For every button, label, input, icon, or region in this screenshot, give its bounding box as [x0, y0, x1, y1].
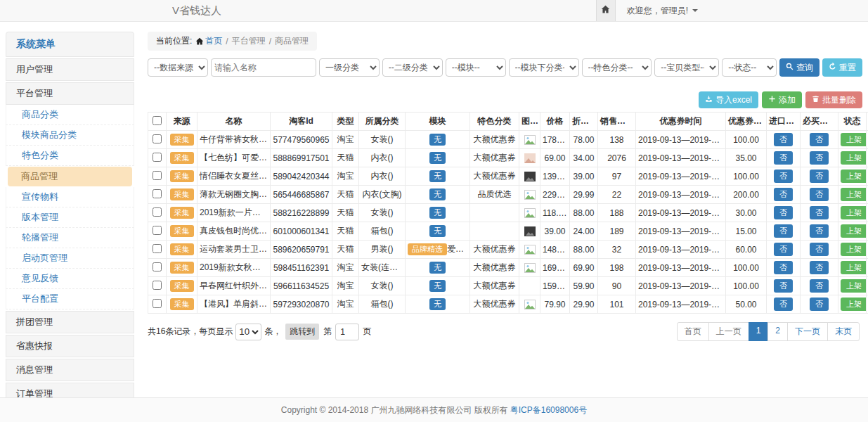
row-checkbox[interactable]: [153, 281, 162, 290]
row-checkbox[interactable]: [153, 244, 162, 253]
status-button[interactable]: 上架: [841, 224, 867, 237]
pager-button-2[interactable]: 2: [767, 322, 788, 341]
special-category-cell: 大额优惠券: [470, 131, 519, 149]
icp-link[interactable]: 粤ICP备16098006号: [510, 404, 587, 416]
jump-to-button[interactable]: 跳转到: [285, 324, 319, 340]
module-cell: 无: [406, 167, 470, 186]
name-cell: 【七色纺】可爱纯棉家...: [197, 149, 271, 167]
row-checkbox[interactable]: [153, 299, 162, 308]
sidebar-item-7[interactable]: 版本管理: [6, 207, 134, 228]
filter-select-special-category[interactable]: --特色分类--: [582, 58, 652, 77]
sidebar-item-2[interactable]: 商品分类: [6, 105, 134, 125]
table-header-row: 来源名称淘客Id类型所属分类模块特色分类图标价格折后价销售数量优惠券时间优惠券金…: [148, 113, 868, 131]
status-button[interactable]: 上架: [841, 151, 867, 164]
column-header-14: 必买清单: [801, 113, 838, 131]
must-buy-toggle-button[interactable]: 否: [810, 151, 829, 164]
row-checkbox[interactable]: [153, 262, 162, 271]
add-button[interactable]: 添加: [762, 91, 802, 108]
sidebar-item-14[interactable]: 消息管理: [6, 359, 134, 381]
sidebar-item-8[interactable]: 轮播管理: [6, 228, 134, 248]
page-number-input[interactable]: [335, 324, 359, 340]
filter-select-item-type[interactable]: --宝贝类型--: [654, 58, 719, 77]
select-all-checkbox[interactable]: [153, 116, 162, 125]
import-toggle-button[interactable]: 否: [774, 188, 793, 200]
import-toggle-button[interactable]: 否: [774, 170, 793, 182]
breadcrumb-item: 平台管理: [232, 35, 266, 47]
column-header-0: 来源: [167, 113, 197, 131]
sidebar-item-6[interactable]: 宣传物料: [6, 187, 134, 207]
filter-select-status[interactable]: --状态--: [722, 58, 777, 77]
row-checkbox[interactable]: [153, 134, 162, 143]
must-buy-toggle-button[interactable]: 否: [810, 298, 829, 310]
import-toggle-button[interactable]: 否: [774, 151, 793, 164]
sidebar-item-3[interactable]: 模块商品分类: [6, 125, 134, 146]
status-button[interactable]: 上架: [841, 170, 867, 182]
filter-select-module[interactable]: --模块--: [446, 58, 506, 77]
must-buy-cell: 否: [801, 259, 838, 277]
must-buy-toggle-button[interactable]: 否: [810, 243, 829, 255]
search-button[interactable]: 查询: [779, 58, 820, 77]
status-button[interactable]: 上架: [841, 206, 867, 219]
home-button[interactable]: [596, 0, 616, 21]
row-checkbox[interactable]: [153, 207, 162, 217]
sidebar-item-13[interactable]: 省惠快报: [6, 335, 134, 357]
filter-select-level1-category[interactable]: 一级分类: [319, 58, 380, 77]
must-buy-cell: 否: [801, 131, 838, 149]
sidebar-item-5[interactable]: 商品管理: [8, 167, 132, 186]
pager-button-1[interactable]: 1: [749, 322, 769, 341]
breadcrumb-home-link[interactable]: 首页: [205, 35, 222, 47]
filter-input-name[interactable]: [211, 58, 316, 77]
status-button[interactable]: 上架: [841, 188, 867, 200]
type-cell: 淘宝: [332, 131, 359, 149]
filter-select-module-subcategory[interactable]: --模块下分类--: [509, 58, 579, 77]
sidebar-item-4[interactable]: 特色分类: [6, 146, 134, 166]
must-buy-toggle-button[interactable]: 否: [810, 133, 829, 146]
sidebar-item-0[interactable]: 用户管理: [6, 58, 134, 81]
import-toggle-button[interactable]: 否: [774, 298, 793, 310]
sales-cell: 22: [598, 186, 636, 204]
row-checkbox[interactable]: [153, 189, 162, 198]
status-cell: 上架: [838, 259, 867, 277]
import-toggle-button[interactable]: 否: [774, 133, 793, 146]
filter-select-level2-category[interactable]: --二级分类--: [382, 58, 443, 77]
per-page-select[interactable]: 10: [235, 324, 261, 340]
pager-button-上一页[interactable]: 上一页: [708, 322, 749, 341]
source-cell: 采集: [167, 131, 197, 149]
status-button[interactable]: 上架: [841, 133, 867, 146]
sidebar-item-11[interactable]: 平台配置: [6, 289, 134, 309]
status-button[interactable]: 上架: [841, 298, 867, 310]
must-buy-toggle-button[interactable]: 否: [810, 188, 829, 200]
import-toggle-button[interactable]: 否: [774, 224, 793, 237]
reset-button[interactable]: 重置: [822, 58, 862, 77]
sidebar-item-9[interactable]: 启动页管理: [6, 248, 134, 269]
sidebar-item-12[interactable]: 拼团管理: [6, 311, 134, 333]
column-header-3: 类型: [332, 113, 359, 131]
icon-cell: [519, 259, 540, 277]
must-buy-toggle-button[interactable]: 否: [810, 170, 829, 182]
status-button[interactable]: 上架: [841, 243, 867, 255]
row-checkbox[interactable]: [153, 226, 162, 235]
must-buy-toggle-button[interactable]: 否: [810, 224, 829, 237]
import-excel-button[interactable]: 导入excel: [699, 91, 758, 108]
row-checkbox[interactable]: [153, 171, 162, 180]
pager-button-下一页[interactable]: 下一页: [787, 322, 828, 341]
import-toggle-button[interactable]: 否: [774, 206, 793, 219]
row-checkbox[interactable]: [153, 153, 162, 162]
batch-delete-button[interactable]: 批量删除: [805, 91, 862, 108]
must-buy-cell: 否: [801, 167, 838, 186]
import-toggle-button[interactable]: 否: [774, 261, 793, 274]
sidebar-item-1[interactable]: 平台管理: [6, 82, 134, 105]
sidebar-item-10[interactable]: 意见反馈: [6, 269, 134, 289]
pager-button-首页[interactable]: 首页: [677, 322, 709, 341]
user-menu[interactable]: 欢迎您，管理员!: [627, 5, 698, 17]
must-buy-toggle-button[interactable]: 否: [810, 261, 829, 274]
pager-button-末页[interactable]: 末页: [827, 322, 860, 341]
import-toggle-button[interactable]: 否: [774, 279, 793, 292]
status-button[interactable]: 上架: [841, 279, 867, 292]
must-buy-toggle-button[interactable]: 否: [810, 279, 829, 292]
filter-select-data-source[interactable]: --数据来源--: [148, 58, 208, 77]
status-button[interactable]: 上架: [841, 261, 867, 274]
column-header-13: 进口优选: [767, 113, 801, 131]
import-toggle-button[interactable]: 否: [774, 243, 793, 255]
must-buy-toggle-button[interactable]: 否: [810, 206, 829, 219]
